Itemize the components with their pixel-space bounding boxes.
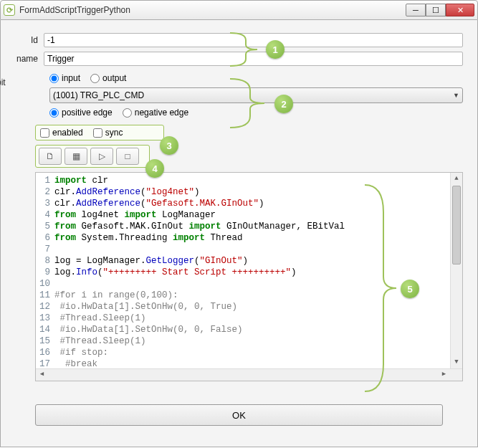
code-editor[interactable]: 1 2 3 4 5 6 7 8 9 10 11 12 13 14 15 16 1… — [35, 172, 463, 381]
run-button[interactable]: ▷ — [90, 148, 113, 165]
id-label: Id — [15, 35, 44, 45]
line-gutter: 1 2 3 4 5 6 7 8 9 10 11 12 13 14 15 16 1… — [36, 173, 53, 381]
ok-button[interactable]: OK — [35, 404, 443, 426]
minimize-button[interactable]: ─ — [406, 4, 426, 16]
scroll-right-icon[interactable]: ▶ — [438, 369, 450, 381]
maximize-button[interactable]: ☐ — [426, 4, 446, 16]
scroll-up-icon[interactable]: ▲ — [451, 173, 462, 185]
radio-positive-edge[interactable]: positive edge — [49, 108, 113, 118]
name-input[interactable] — [44, 52, 463, 66]
title-bar: ⟳ FormAddScriptTriggerPython ─ ☐ ✕ — [0, 0, 478, 20]
window-title: FormAddScriptTriggerPython — [19, 5, 406, 15]
play-icon: ▷ — [99, 151, 105, 161]
code-content[interactable]: import clr clr.AddReference("log4net") c… — [53, 173, 462, 381]
stop-button[interactable]: □ — [116, 148, 139, 165]
scroll-left-icon[interactable]: ◀ — [36, 369, 48, 381]
bit-label: bit — [0, 77, 6, 87]
chevron-down-icon: ▼ — [453, 92, 459, 99]
name-label: name — [15, 54, 44, 64]
document-icon: 🗋 — [46, 151, 54, 161]
sync-checkbox[interactable]: sync — [93, 128, 123, 138]
close-button[interactable]: ✕ — [446, 4, 474, 16]
scroll-down-icon[interactable]: ▼ — [451, 356, 462, 368]
bit-selected-value: (1001) TRG_PLC_CMD — [53, 90, 144, 100]
horizontal-scrollbar[interactable]: ◀ ▶ — [36, 368, 462, 381]
app-icon: ⟳ — [4, 4, 15, 16]
debug-button[interactable]: ▦ — [64, 148, 87, 165]
new-script-button[interactable]: 🗋 — [39, 148, 62, 165]
scroll-thumb[interactable] — [452, 186, 461, 264]
enabled-checkbox[interactable]: enabled — [40, 128, 83, 138]
radio-input[interactable]: input — [49, 73, 80, 83]
id-input[interactable] — [44, 33, 463, 47]
stop-icon: □ — [125, 151, 130, 161]
grid-icon: ▦ — [72, 151, 80, 161]
radio-negative-edge[interactable]: negative edge — [123, 108, 188, 118]
radio-output[interactable]: output — [90, 73, 126, 83]
bit-select[interactable]: (1001) TRG_PLC_CMD ▼ — [49, 87, 463, 103]
vertical-scrollbar[interactable]: ▲ ▼ — [450, 173, 462, 368]
